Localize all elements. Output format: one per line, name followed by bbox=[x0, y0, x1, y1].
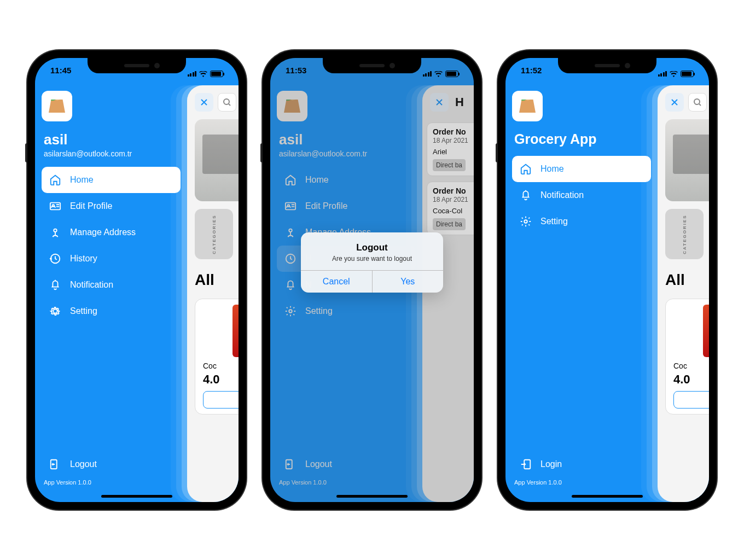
bottom-label: Logout bbox=[70, 459, 97, 469]
alert-yes-button[interactable]: Yes bbox=[373, 271, 444, 293]
app-logo bbox=[42, 91, 72, 121]
address-pin-icon bbox=[49, 226, 61, 238]
svg-point-14 bbox=[694, 99, 700, 104]
section-title: All bbox=[195, 271, 239, 289]
app-version: App Version 1.0.0 bbox=[512, 477, 651, 491]
status-time: 11:53 bbox=[286, 66, 306, 82]
home-icon bbox=[49, 174, 61, 186]
gear-icon bbox=[520, 215, 532, 228]
product-image bbox=[703, 305, 709, 357]
product-card[interactable]: Coc 4.0 B bbox=[665, 299, 709, 415]
close-sidebar-button[interactable] bbox=[665, 93, 684, 112]
app-title: Grocery App bbox=[514, 131, 651, 147]
buy-button[interactable]: B bbox=[203, 391, 239, 409]
product-name: Coc bbox=[203, 361, 217, 370]
sidebar-item-label: Notification bbox=[70, 280, 113, 290]
alert-title: Logout bbox=[307, 242, 437, 253]
product-image bbox=[233, 305, 239, 357]
sidebar-item-notification[interactable]: Notification bbox=[42, 272, 181, 298]
wifi-icon bbox=[199, 71, 207, 77]
bell-icon bbox=[520, 189, 532, 201]
history-icon bbox=[49, 253, 61, 265]
wifi-icon bbox=[670, 71, 678, 77]
battery-icon bbox=[210, 71, 223, 77]
product-price: 4.0 bbox=[673, 372, 690, 387]
banner-image bbox=[665, 119, 709, 201]
sidebar: asil asilarslan@outlook.com.tr Home Edit… bbox=[35, 58, 187, 502]
phone-3: 11:52 Grocery App Home Notification bbox=[498, 50, 717, 510]
search-button[interactable] bbox=[688, 93, 707, 112]
status-time: 11:45 bbox=[50, 66, 71, 82]
sidebar-item-setting[interactable]: Setting bbox=[42, 298, 181, 324]
product-price: 4.0 bbox=[203, 372, 220, 387]
content-peek: CATEGORIES All Coc 4.0 B bbox=[187, 85, 239, 502]
signal-icon bbox=[658, 71, 667, 77]
gear-icon bbox=[49, 305, 61, 317]
signal-icon bbox=[423, 71, 432, 77]
buy-button[interactable]: B bbox=[673, 391, 709, 409]
status-time: 11:52 bbox=[521, 66, 542, 82]
sidebar: Grocery App Home Notification Setting bbox=[505, 58, 658, 502]
sidebar-item-label: Home bbox=[70, 175, 94, 185]
app-version: App Version 1.0.0 bbox=[42, 477, 181, 491]
sidebar-item-label: History bbox=[70, 254, 97, 264]
wifi-icon bbox=[434, 71, 443, 77]
bell-icon bbox=[49, 279, 61, 291]
sidebar-item-label: Notification bbox=[540, 190, 584, 200]
battery-icon bbox=[445, 71, 458, 77]
home-indicator bbox=[336, 495, 408, 498]
notch bbox=[88, 58, 186, 73]
sidebar-item-home[interactable]: Home bbox=[512, 156, 651, 182]
search-icon bbox=[693, 98, 702, 107]
home-icon bbox=[520, 163, 532, 175]
logout-button[interactable]: Logout bbox=[42, 452, 181, 477]
search-button[interactable] bbox=[218, 93, 236, 112]
product-name: Coc bbox=[673, 361, 687, 370]
product-card[interactable]: Coc 4.0 B bbox=[195, 299, 239, 415]
sidebar-item-history[interactable]: History bbox=[42, 246, 181, 272]
notch bbox=[558, 58, 656, 73]
user-email: asilarslan@outlook.com.tr bbox=[44, 149, 181, 158]
home-indicator bbox=[572, 495, 643, 498]
bottom-label: Login bbox=[540, 459, 562, 469]
sidebar-item-notification[interactable]: Notification bbox=[512, 182, 651, 208]
sidebar-item-label: Home bbox=[540, 164, 564, 174]
search-icon bbox=[223, 98, 231, 107]
sidebar-item-label: Setting bbox=[540, 217, 568, 226]
svg-point-5 bbox=[224, 99, 229, 104]
sidebar-item-manage-address[interactable]: Manage Address bbox=[42, 219, 181, 246]
close-icon bbox=[200, 98, 208, 107]
user-name: asil bbox=[44, 131, 181, 148]
section-title: All bbox=[665, 271, 709, 289]
home-indicator bbox=[101, 495, 172, 498]
notch bbox=[323, 58, 421, 73]
sidebar-item-home[interactable]: Home bbox=[42, 167, 181, 193]
sidebar-item-label: Manage Address bbox=[70, 228, 136, 237]
login-button[interactable]: Login bbox=[512, 452, 651, 477]
signal-icon bbox=[188, 71, 197, 77]
close-icon bbox=[670, 98, 679, 107]
profile-card-icon bbox=[49, 200, 61, 212]
alert-cancel-button[interactable]: Cancel bbox=[301, 271, 373, 293]
logout-icon bbox=[49, 458, 61, 470]
login-icon bbox=[520, 458, 532, 470]
categories-button[interactable]: CATEGORIES bbox=[665, 209, 704, 259]
svg-point-2 bbox=[54, 229, 57, 232]
logout-alert: Logout Are you sure want to logout Cance… bbox=[301, 232, 443, 293]
phone-1: 11:45 asil asilarslan@outlook.com.tr Hom… bbox=[27, 50, 246, 510]
close-sidebar-button[interactable] bbox=[195, 93, 213, 112]
sidebar-item-edit-profile[interactable]: Edit Profile bbox=[42, 193, 181, 219]
app-logo bbox=[512, 91, 543, 121]
banner-image bbox=[195, 119, 239, 201]
alert-message: Are you sure want to logout bbox=[307, 255, 437, 262]
svg-point-12 bbox=[524, 220, 527, 223]
battery-icon bbox=[681, 71, 694, 77]
categories-button[interactable]: CATEGORIES bbox=[195, 209, 233, 259]
phone-2: 11:53 asil asilarslan@outlook.com.tr Hom… bbox=[263, 50, 481, 510]
content-peek: CATEGORIES All Coc 4.0 B bbox=[658, 85, 709, 502]
sidebar-item-setting[interactable]: Setting bbox=[512, 208, 651, 235]
sidebar-item-label: Setting bbox=[70, 306, 97, 316]
sidebar-item-label: Edit Profile bbox=[70, 201, 112, 211]
